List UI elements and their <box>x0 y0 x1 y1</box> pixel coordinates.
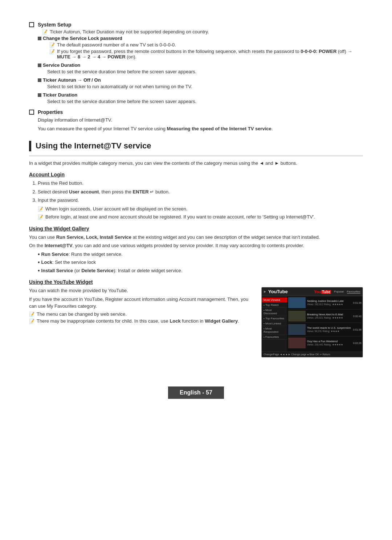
note-icon-2: 📝 <box>49 42 55 48</box>
account-login-title: Account Login <box>29 172 363 177</box>
note-icon-7: 📝 <box>29 319 34 324</box>
note-icon-5: 📝 <box>38 214 43 220</box>
yt-logo: YouTube <box>314 290 331 294</box>
change-service-lock: Change the Service Lock password 📝 The d… <box>36 36 363 60</box>
yt-icon: ▶ <box>264 290 266 293</box>
page-footer: English - 57 <box>29 386 363 399</box>
square-icon-2 <box>38 64 41 67</box>
yt-video-meta-1: Views: 282,912 Rating: ★★★★★ <box>307 303 352 306</box>
bullet-install-service: • Install Service (or Delete Service): I… <box>38 267 363 274</box>
yt-video-info-1: Seeking Justice Decades Late Views: 282,… <box>307 299 352 306</box>
service-duration-text: Select to set the service duration time … <box>47 69 363 74</box>
yt-header: ▶ YouTube YouTube Popular Favourites <box>262 287 363 296</box>
page-footer-box: English - 57 <box>168 386 224 399</box>
ticker-duration-text: Select to set the service duration time … <box>47 99 363 104</box>
yt-thumb-2 <box>288 311 306 322</box>
bullet-dot-3: • <box>38 267 40 274</box>
yt-tab-favourites: Favourites <box>347 290 360 294</box>
yt-video-title-4: Guy Has a Fun Weekend <box>307 340 352 343</box>
account-login-step1: Press the Red button. <box>38 180 363 187</box>
square-icon-3 <box>38 78 41 82</box>
youtube-text: You can watch the movie provided by YouT… <box>29 287 254 325</box>
properties-section: Properties Display information of Intern… <box>29 109 363 132</box>
checkbox-icon-system <box>29 22 34 27</box>
yt-sidebar-most-viewed: Most Viewed <box>262 298 287 303</box>
youtube-screenshot: ▶ YouTube YouTube Popular Favourites Mos… <box>261 287 363 357</box>
system-setup-title: System Setup <box>29 22 363 28</box>
ticker-autorun-text: Select to set ticker to run automaticall… <box>47 84 363 89</box>
yt-thumb-4 <box>288 338 306 348</box>
youtube-widget-title: Using the YouTube Widget <box>29 279 363 285</box>
youtube-text1: You can watch the movie provided by YouT… <box>29 287 254 294</box>
yt-video-time-3: 0:01:39 <box>353 328 362 331</box>
yt-title: YouTube <box>268 289 288 294</box>
yt-sidebar-most-responded: • Most Responded <box>262 326 287 335</box>
widget-gallery-title: Using the Widget Gallery <box>29 226 363 232</box>
yt-thumb-1 <box>288 297 306 308</box>
yt-video-time-4: 0:03:26 <box>353 342 362 344</box>
service-duration: Service Duration Select to set the servi… <box>36 62 363 74</box>
bullet-dot-2: • <box>38 259 40 266</box>
yt-video-meta-3: Views: 98,231 Rating: ★★★★ <box>307 330 352 333</box>
yt-video-info-3: The world reacts to U.S. suspension View… <box>307 326 352 333</box>
ticker-autorun-title: Ticker Autorun → Off / On <box>36 77 363 83</box>
youtube-note2: 📝 There may be inappropriate contents fo… <box>29 318 254 324</box>
note-icon-4: 📝 <box>38 206 43 212</box>
account-note1: 📝 When login succeeds, User account will… <box>38 205 363 213</box>
square-icon-4 <box>38 93 41 97</box>
service-duration-title: Service Duration <box>36 62 363 68</box>
square-icon-1 <box>38 37 41 40</box>
properties-text1: Display information of Internet@TV. <box>38 116 363 124</box>
note-icon-6: 📝 <box>29 312 34 317</box>
ticker-autorun: Ticker Autorun → Off / On Select to set … <box>36 77 363 89</box>
properties-title: Properties <box>29 109 363 115</box>
yt-sidebar-top-rated: • Top Rated <box>262 303 287 308</box>
yt-sidebar-most-discussed: • Most Discussed <box>262 308 287 316</box>
yt-video-info-2: Breaking News Alert to E-Mail Views: 145… <box>307 313 352 319</box>
youtube-widget-section: Using the YouTube Widget You can watch t… <box>29 279 363 357</box>
account-login-section: Account Login Press the Red button. Sele… <box>29 172 363 221</box>
yt-video-row-2: Breaking News Alert to E-Mail Views: 145… <box>288 311 362 323</box>
yt-video-info-4: Guy Has a Fun Weekend Views: 203,441 Rat… <box>307 340 352 346</box>
big-heading: Using the Internet@TV service <box>29 141 363 151</box>
system-setup-section: System Setup 📝 Ticker Autorun, Ticker Du… <box>29 22 363 104</box>
properties-text2: You can measure the speed of your Intern… <box>38 125 363 132</box>
widget-gallery-text1: You can use Run Service, Lock, Install S… <box>29 234 363 241</box>
youtube-note1: 📝 The menu can be changed by web service… <box>29 311 254 317</box>
yt-footer: Change/Page ◄◄ ►► Change page ● Blue OK … <box>262 352 363 357</box>
yt-video-meta-4: Views: 203,441 Rating: ★★★★★ <box>307 343 352 346</box>
youtube-container: You can watch the movie provided by YouT… <box>29 287 363 357</box>
bullet-dot-1: • <box>38 251 40 258</box>
yt-video-title-1: Seeking Justice Decades Late <box>307 299 352 303</box>
yt-sidebar-top-favourites: • Top Favourites <box>262 316 287 321</box>
yt-video-title-3: The world reacts to U.S. suspension <box>307 326 352 330</box>
section-rule <box>29 156 363 156</box>
widget-gallery-text2: On the Internet@TV, you can add and use … <box>29 242 363 249</box>
yt-video-row-1: Seeking Justice Decades Late Views: 282,… <box>288 297 362 310</box>
yt-sidebar-most-linked: • Most Linked <box>262 321 287 326</box>
big-heading-container: Using the Internet@TV service In a widge… <box>29 141 363 167</box>
big-heading-desc: In a widget that provides multiple categ… <box>29 160 363 167</box>
ticker-duration: Ticker Duration Select to set the servic… <box>36 92 363 104</box>
yt-thumb-3 <box>288 324 306 335</box>
account-note2: 📝 Before login, at least one and more ac… <box>38 213 363 221</box>
yt-video-meta-2: Views: 145,621 Rating: ★★★★★ <box>307 316 352 319</box>
yt-sidebar: Most Viewed • Top Rated • Most Discussed… <box>262 296 287 352</box>
widget-gallery-section: Using the Widget Gallery You can use Run… <box>29 226 363 274</box>
account-login-step2: Select desired User account, then press … <box>38 188 363 196</box>
bullet-lock: • Lock: Set the service lock <box>38 259 363 266</box>
note-icon-1: 📝 <box>42 29 48 34</box>
ticker-duration-title: Ticker Duration <box>36 92 363 98</box>
note-icon-3: 📝 <box>49 49 55 54</box>
yt-video-row-3: The world reacts to U.S. suspension View… <box>288 324 362 336</box>
yt-video-row-4: Guy Has a Fun Weekend Views: 203,441 Rat… <box>288 338 362 349</box>
checkbox-icon-properties <box>29 110 34 115</box>
change-lock-note2: 📝 If you forget the password, press the … <box>49 49 363 60</box>
account-login-step3: Input the password. 📝 When login succeed… <box>38 197 363 221</box>
change-lock-note1: 📝 The default password number of a new T… <box>49 42 363 48</box>
yt-video-time-2: 0:00:43 <box>353 315 362 318</box>
yt-video-title-2: Breaking News Alert to E-Mail <box>307 313 352 316</box>
system-setup-note: 📝 Ticker Autorun, Ticker Duration may no… <box>42 29 363 34</box>
yt-sidebar-favourites: • Favourites <box>262 335 287 340</box>
widget-gallery-bullets: • Run Service: Runs the widget service. … <box>38 251 363 274</box>
